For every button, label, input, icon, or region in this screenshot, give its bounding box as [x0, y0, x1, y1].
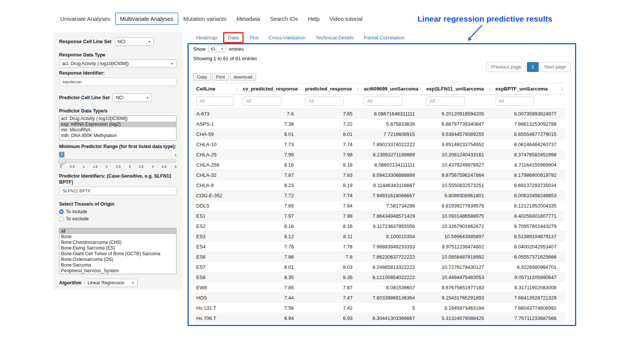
column-header-predicted-response[interactable]: predicted_response▲▼ — [302, 83, 361, 95]
filter-input-act609699-unisarcoma[interactable] — [364, 97, 402, 106]
sort-icon[interactable]: ▲▼ — [236, 87, 238, 91]
cell-value: 8.81939277839578 — [423, 201, 492, 211]
option-bone[interactable]: Bone — [59, 234, 176, 240]
filter-input-expslfn11-unisarcoma[interactable] — [426, 97, 465, 106]
next-page-button[interactable]: Next page — [540, 62, 571, 72]
tab-technical-details[interactable]: Technical Details — [311, 32, 359, 44]
predictor-cell-line-set-select[interactable]: NCI ▼ — [113, 94, 152, 102]
option-bone-giant-cell-tumor-of-bone-gctb-sarcoma[interactable]: Bone:Giant Cell Tumor of Bone (GCTB) Sar… — [59, 251, 176, 257]
download-button[interactable]: download — [230, 73, 256, 81]
response-cell-line-set-value: NCI — [117, 39, 125, 44]
cell-value: 8.12121952004335 — [492, 201, 565, 211]
cell-value: 7.88043774808992 — [492, 303, 565, 313]
nav-item-search-ids[interactable]: Search IDs — [265, 12, 303, 25]
column-header-act609699-unisarcoma[interactable]: act609699_uniSarcoma▲▼ — [361, 83, 423, 95]
tab-partial-correlation[interactable]: Partial Correlation — [359, 32, 410, 44]
previous-page-button[interactable]: Previous page — [486, 62, 526, 72]
cell-value: 7.66413528721329 — [492, 293, 565, 303]
nav-item-help[interactable]: Help — [303, 12, 325, 25]
table-row-cog-e-352: COG-E-3527.727.747.949316180666679.80893… — [193, 190, 565, 201]
cell-value: 7.8 — [302, 252, 361, 262]
predictor-data-types-listbox[interactable]: act: Drug Activity (-log10[IC50M])exp: m… — [59, 115, 177, 140]
option-mir-microrna[interactable]: mir: MicroRNA — [59, 127, 176, 133]
option-bone-osteosarcoma-os[interactable]: Bone:Osteosarcoma (OS) — [59, 257, 176, 262]
slider-max-label: 5 — [175, 153, 177, 157]
sort-icon[interactable]: ▲▼ — [419, 87, 422, 91]
filter-input-cv-predicted-response[interactable] — [243, 97, 281, 106]
predictor-data-types-label: Predictor Data Type/s — [59, 108, 177, 114]
option-peripheral-nervous-system[interactable]: Peripheral_Nervous_System — [59, 268, 176, 274]
response-data-type-value: act: Drug Activity (-log10[IC50M]) — [62, 61, 129, 66]
tab-cross-validation[interactable]: Cross-Validation — [264, 32, 311, 44]
predictor-identifiers-input[interactable] — [59, 187, 177, 195]
slider-handle[interactable] — [58, 157, 66, 165]
column-header-cellline[interactable]: CellLine▲▼ — [193, 83, 240, 95]
filter-input-cellline[interactable] — [196, 97, 233, 106]
response-cell-line-set-select[interactable]: NCI ▼ — [114, 37, 154, 46]
nav-item-mutation-variants[interactable]: Mutation variants — [178, 12, 231, 25]
slider-track[interactable] — [59, 159, 177, 163]
table-row-asps-1: ASPS-17.387.225.8758338266.8879773934084… — [193, 119, 565, 129]
option-act-drug-activity-log10-ic50m[interactable]: act: Drug Activity (-log10[IC50M]) — [59, 116, 176, 122]
option-bone-chondrosarcoma-chs[interactable]: Bone:Chondrosarcoma (CHS) — [59, 240, 176, 245]
cell-value: 7.42 — [302, 303, 361, 313]
option-bone-ewing-sarcoma-es[interactable]: Bone:Ewing Sarcoma (ES) — [59, 245, 176, 251]
cell-line-name: HOS — [193, 293, 240, 303]
option-bone-sarcoma[interactable]: Bone:Sarcoma — [59, 262, 176, 268]
column-header-expslfn11-unisarcoma[interactable]: expSLFN11_uniSarcoma▲▼ — [423, 83, 492, 95]
tab-heatmap[interactable]: Heatmap — [191, 32, 222, 44]
cell-value: 7.86613253092788 — [492, 119, 565, 129]
option-mth-dna-850k-methylation[interactable]: mth: DNA 850K Methylation — [59, 133, 176, 139]
radio-to-include[interactable]: To include — [59, 209, 177, 214]
predictor-identifiers-label: Predictor Identifiers: (Case-Sensitive, … — [59, 173, 177, 185]
min-predictor-range-slider[interactable]: 0 5 00.511.522.533.544.55 — [59, 152, 177, 170]
annotation-title: Linear regression predictive results — [402, 14, 568, 23]
sort-icon[interactable]: ▲▼ — [488, 87, 491, 91]
cell-value: 7.98 — [302, 211, 361, 221]
radio-button-icon[interactable] — [59, 217, 64, 221]
tissue-listbox[interactable]: allBoneBone:Chondrosarcoma (CHS)Bone:Ewi… — [59, 228, 177, 274]
copy-button[interactable]: Copy — [193, 73, 211, 81]
sort-icon[interactable]: ▲▼ — [561, 87, 563, 91]
cell-value: 8.05557371625666 — [492, 252, 565, 262]
cell-value: 10.5550832573251 — [423, 180, 492, 190]
cell-value: 10.4379249978927 — [423, 160, 492, 170]
cell-value: 7.73 — [240, 139, 302, 150]
nav-item-video-tutorial[interactable]: Video tutorial — [324, 12, 367, 25]
nav-item-metadata[interactable]: Metadata — [231, 12, 265, 25]
cell-value: 8.16 — [240, 160, 302, 170]
sort-icon[interactable]: ▲▼ — [298, 87, 301, 91]
cell-value: 7.72 — [240, 190, 302, 201]
cell-value: 7.74 — [302, 190, 361, 201]
entries-count-select[interactable]: 61 ▼ — [208, 45, 227, 52]
column-title: predicted_response — [305, 86, 352, 92]
results-panel: Show 61 ▼ entries Showing 1 to 61 of 61 … — [188, 43, 576, 326]
tab-plot[interactable]: Plot — [245, 32, 263, 44]
sort-icon[interactable]: ▲▼ — [357, 87, 360, 91]
radio-button-icon[interactable] — [59, 209, 64, 214]
nav-item-multivariate-analyses[interactable]: Multivariate Analyses — [115, 12, 178, 25]
cell-value: 8.01 — [302, 129, 361, 139]
filter-input-predicted-response[interactable] — [305, 97, 344, 106]
radio-to-exclude[interactable]: To exclude — [59, 216, 177, 222]
filter-input-expbptf-unisarcoma[interactable] — [496, 97, 534, 106]
algorithm-label: Algorithm — [59, 280, 81, 286]
predictor-cell-line-set-label: Predictor Cell Line Set — [59, 95, 109, 101]
algorithm-value: Linear Regression — [88, 280, 124, 286]
nav-item-univariate-analyses[interactable]: Univariate Analyses — [55, 12, 115, 25]
tab-data[interactable]: Data — [223, 32, 244, 43]
current-page-button[interactable]: 1 — [527, 62, 539, 72]
column-header-cv-predicted-response[interactable]: cv_predicted_response▲▼ — [240, 83, 302, 95]
cell-line-name: ES6 — [193, 252, 240, 262]
table-row-es4: ES47.787.787.968839492333339.97511238474… — [193, 242, 565, 252]
algorithm-select[interactable]: Linear Regression ▼ — [84, 279, 138, 287]
response-data-type-select[interactable]: act: Drug Activity (-log10[IC50M]) ▼ — [59, 59, 177, 68]
column-header-expbptf-unisarcoma[interactable]: expBPTF_uniSarcoma▲▼ — [492, 83, 565, 95]
response-identifier-input[interactable] — [59, 78, 177, 86]
option-all[interactable]: all — [59, 228, 176, 234]
cell-value: 8.16 — [240, 221, 302, 231]
cell-value: 9.53844579089255 — [423, 129, 492, 139]
print-button[interactable]: Print — [212, 73, 229, 81]
option-exp-mrna-expression-log2[interactable]: exp: mRNA Expression (log2) — [59, 122, 176, 127]
table-header-row: CellLine▲▼cv_predicted_response▲▼predict… — [193, 83, 565, 95]
